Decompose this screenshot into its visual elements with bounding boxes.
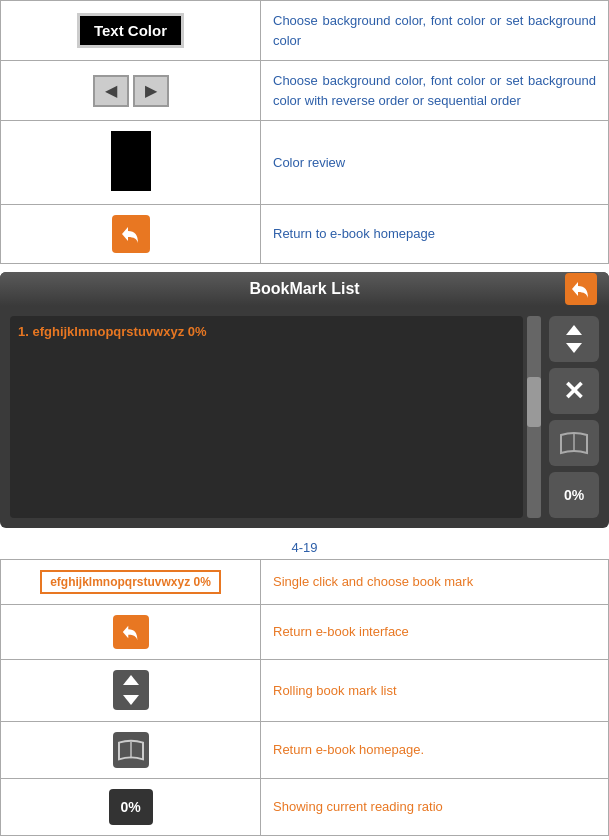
bookmark-body: 1. efghijklmnopqrstuvwxyz 0% ✕ <box>0 306 609 528</box>
delete-icon: ✕ <box>563 376 585 407</box>
desc-cell-text-color: Choose background color, font color or s… <box>261 1 609 61</box>
table-row: Return to e-book homepage <box>1 205 609 264</box>
bookmark-item[interactable]: 1. efghijklmnopqrstuvwxyz 0% <box>18 324 515 339</box>
bookmark-controls: ✕ 0% <box>549 316 599 518</box>
return-home-icon[interactable] <box>112 215 150 253</box>
rolling-arrows-button[interactable] <box>113 670 149 710</box>
table-row: 0% Showing current reading ratio <box>1 779 609 836</box>
svg-marker-1 <box>566 343 582 353</box>
bookmark-percent-button[interactable]: 0% <box>549 472 599 518</box>
icon-cell-percent: 0% <box>1 779 261 836</box>
percent-display: 0% <box>109 789 153 825</box>
book-icon <box>559 429 589 457</box>
icon-cell-color-review <box>1 121 261 205</box>
bookmark-list-container: 1. efghijklmnopqrstuvwxyz 0% <box>10 316 541 518</box>
bookmark-scroll-button[interactable] <box>549 316 599 362</box>
rolling-arrows-icon <box>119 672 143 708</box>
desc-cell-color-review: Color review <box>261 121 609 205</box>
desc-cell-percent: Showing current reading ratio <box>261 779 609 836</box>
return-ebook-icon[interactable] <box>113 615 149 649</box>
bookmark-list: 1. efghijklmnopqrstuvwxyz 0% <box>10 316 523 518</box>
text-color-button[interactable]: Text Color <box>77 13 184 48</box>
svg-marker-2 <box>123 675 139 685</box>
desc-cell-book-home: Return e-book homepage. <box>261 722 609 779</box>
arrow-buttons: ◀ ▶ <box>93 75 169 107</box>
bookmark-item-label[interactable]: efghijklmnopqrstuvwxyz 0% <box>40 570 221 594</box>
bookmark-title: BookMark List <box>12 280 597 298</box>
svg-marker-3 <box>123 695 139 705</box>
exit-svg-icon <box>570 278 592 300</box>
color-review-box <box>111 131 151 191</box>
percent-label: 0% <box>564 487 584 503</box>
table-row: Color review <box>1 121 609 205</box>
desc-cell-rolling: Rolling book mark list <box>261 660 609 722</box>
scroll-handle <box>527 377 541 427</box>
table-row: Return e-book homepage. <box>1 722 609 779</box>
bookmark-section: BookMark List 1. efghijklmnopqrstuvwxyz … <box>0 272 609 528</box>
desc-cell-arrows: Choose background color, font color or s… <box>261 61 609 121</box>
left-arrow-button[interactable]: ◀ <box>93 75 129 107</box>
bookmark-header: BookMark List <box>0 272 609 306</box>
bookmark-scrollbar[interactable] <box>527 316 541 518</box>
table-row: ◀ ▶ Choose background color, font color … <box>1 61 609 121</box>
icon-cell-rolling <box>1 660 261 722</box>
return-svg-icon <box>120 223 142 245</box>
book-home-icon <box>117 737 145 763</box>
table-row: Text Color Choose background color, font… <box>1 1 609 61</box>
book-home-button[interactable] <box>113 732 149 768</box>
updown-arrow-icon <box>560 321 588 357</box>
icon-cell-return-ebook <box>1 605 261 660</box>
icon-cell-text-color: Text Color <box>1 1 261 61</box>
feature-table: Text Color Choose background color, font… <box>0 0 609 264</box>
icon-cell-bookmark-label: efghijklmnopqrstuvwxyz 0% <box>1 560 261 605</box>
icon-cell-book-home <box>1 722 261 779</box>
svg-marker-0 <box>566 325 582 335</box>
bookmark-delete-button[interactable]: ✕ <box>549 368 599 414</box>
desc-cell-return: Return to e-book homepage <box>261 205 609 264</box>
bookmark-home-button[interactable] <box>549 420 599 466</box>
table-row: Rolling book mark list <box>1 660 609 722</box>
right-arrow-button[interactable]: ▶ <box>133 75 169 107</box>
desc-cell-return-ebook: Return e-book interface <box>261 605 609 660</box>
icon-cell-return <box>1 205 261 264</box>
icon-cell-arrows: ◀ ▶ <box>1 61 261 121</box>
bookmark-exit-button[interactable] <box>565 273 597 305</box>
return-ebook-svg <box>121 622 141 642</box>
table-row: efghijklmnopqrstuvwxyz 0% Single click a… <box>1 560 609 605</box>
desc-cell-bookmark-label: Single click and choose book mark <box>261 560 609 605</box>
bottom-table: efghijklmnopqrstuvwxyz 0% Single click a… <box>0 559 609 836</box>
page-number: 4-19 <box>0 536 609 559</box>
table-row: Return e-book interface <box>1 605 609 660</box>
